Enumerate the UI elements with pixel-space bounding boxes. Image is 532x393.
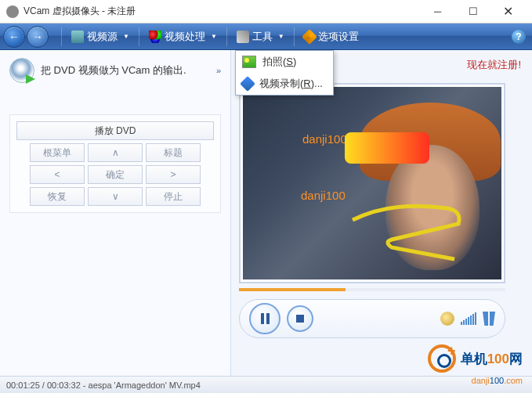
site-logo: 单机100网	[428, 344, 523, 373]
right-pane: 现在就注册! danji100 danji100	[231, 50, 532, 376]
info-row: 把 DVD 视频做为 VCam 的输出. »	[9, 58, 221, 83]
close-button[interactable]: ✕	[490, 0, 526, 23]
video-source-icon	[71, 31, 84, 43]
pause-button[interactable]	[249, 303, 280, 334]
watermark-text: danji100	[302, 132, 347, 146]
status-text: 00:01:25 / 00:03:32 - aespa 'Armageddon'…	[6, 380, 201, 390]
logo-text: 单机100网	[461, 350, 523, 368]
resume-button[interactable]: 恢复	[30, 187, 85, 206]
speaker-icon[interactable]	[440, 312, 454, 326]
play-dvd-button[interactable]: 播放 DVD	[16, 121, 214, 140]
mirror-icon[interactable]	[483, 312, 495, 326]
watermark-text: danji100	[301, 189, 346, 202]
dvd-control-panel: 播放 DVD 根菜单 ∧ 标题 < 确定 > 恢复 ∨ 停止	[9, 114, 221, 213]
logo-url: danji100.com	[472, 376, 523, 385]
video-process-label: 视频处理	[165, 30, 205, 44]
video-source-label: 视频源	[87, 30, 118, 44]
options-label: 选项设置	[318, 30, 359, 44]
options-icon	[302, 29, 317, 45]
stop-icon	[296, 315, 304, 323]
title-button[interactable]: 标题	[146, 143, 201, 162]
pause-icon	[261, 313, 270, 324]
stop-playback-button[interactable]	[287, 305, 313, 332]
root-menu-button[interactable]: 根菜单	[30, 143, 85, 162]
title-bar: VCam 虚拟摄像头 - 未注册 ─ ☐ ✕	[0, 0, 532, 23]
right-button[interactable]: >	[146, 165, 201, 184]
logo-icon	[428, 344, 456, 373]
progress-fill	[239, 288, 346, 291]
chevron-down-icon: ▼	[123, 33, 129, 40]
video-process-icon	[149, 31, 161, 43]
options-button[interactable]: 选项设置	[299, 26, 364, 48]
nav-back-button[interactable]: ←	[3, 26, 25, 48]
video-source-menu[interactable]: 视频源 ▼	[67, 26, 134, 48]
annotation-scribble	[345, 196, 470, 267]
tools-dropdown: 拍照(S) 视频录制(R)...	[235, 50, 334, 96]
main-toolbar: ← → 视频源 ▼ 视频处理 ▼ 工具 ▼ 选项设置 ?	[0, 23, 532, 50]
help-button[interactable]: ?	[512, 30, 526, 44]
minimize-button[interactable]: ─	[420, 0, 455, 23]
chevron-down-icon: ▼	[211, 33, 217, 40]
record-icon	[240, 76, 255, 92]
tools-label: 工具	[252, 30, 273, 44]
content-area: 把 DVD 视频做为 VCam 的输出. » 播放 DVD 根菜单 ∧ 标题 <…	[0, 50, 532, 376]
left-button[interactable]: <	[30, 165, 85, 184]
maximize-button[interactable]: ☐	[455, 0, 490, 23]
color-overlay	[345, 132, 429, 164]
left-pane: 把 DVD 视频做为 VCam 的输出. » 播放 DVD 根菜单 ∧ 标题 <…	[0, 50, 231, 376]
tools-icon	[237, 31, 249, 43]
register-link[interactable]: 现在就注册!	[467, 58, 521, 72]
volume-indicator[interactable]	[461, 312, 476, 325]
take-photo-label: 拍照(S)	[262, 55, 296, 69]
disc-icon	[9, 58, 34, 83]
video-process-menu[interactable]: 视频处理 ▼	[144, 26, 222, 48]
progress-bar[interactable]	[239, 288, 505, 291]
info-text: 把 DVD 视频做为 VCam 的输出.	[41, 63, 210, 78]
expand-icon[interactable]: »	[216, 66, 221, 75]
photo-icon	[242, 56, 256, 68]
video-preview-frame: danji100 danji100	[239, 83, 505, 283]
take-photo-item[interactable]: 拍照(S)	[236, 51, 333, 73]
app-icon	[6, 5, 19, 18]
ok-button[interactable]: 确定	[88, 165, 143, 184]
stop-button[interactable]: 停止	[146, 187, 201, 206]
tools-menu[interactable]: 工具 ▼	[232, 26, 289, 48]
up-button[interactable]: ∧	[88, 143, 143, 162]
playback-controls	[239, 299, 505, 338]
video-content[interactable]: danji100 danji100	[243, 87, 501, 279]
record-video-item[interactable]: 视频录制(R)...	[236, 73, 333, 95]
nav-forward-button[interactable]: →	[27, 26, 49, 48]
record-video-label: 视频录制(R)...	[259, 77, 323, 91]
chevron-down-icon: ▼	[278, 33, 284, 40]
status-bar: 00:01:25 / 00:03:32 - aespa 'Armageddon'…	[0, 376, 532, 393]
down-button[interactable]: ∨	[88, 187, 143, 206]
window-title: VCam 虚拟摄像头 - 未注册	[24, 5, 420, 18]
